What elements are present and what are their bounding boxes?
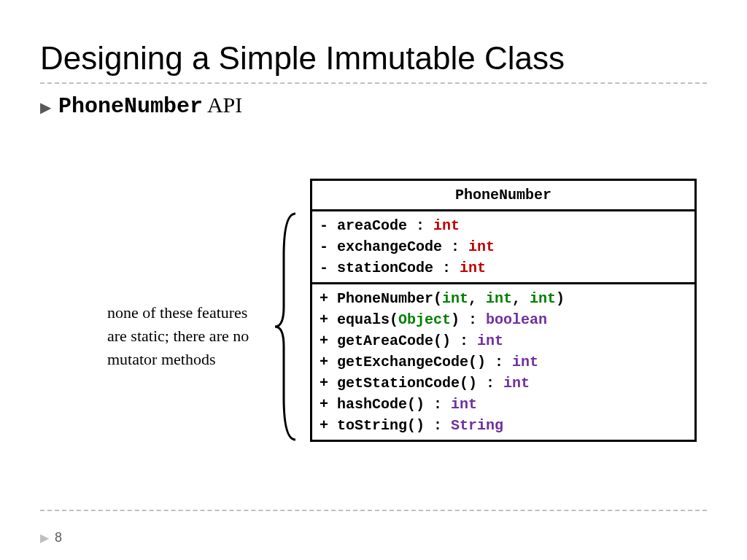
uml-class-box: PhoneNumber - areaCode : int - exchangeC… bbox=[310, 179, 697, 442]
method-text: , bbox=[468, 290, 486, 307]
attr-type: int bbox=[460, 260, 486, 276]
uml-method-row: + PhoneNumber(int, int, int) bbox=[320, 288, 687, 309]
method-text: , bbox=[512, 290, 530, 307]
method-return-type: boolean bbox=[486, 311, 547, 328]
footer-glyph-icon: ▶ bbox=[40, 531, 49, 545]
method-return-type: int bbox=[451, 396, 477, 413]
method-param-type: Object bbox=[398, 311, 451, 328]
title-divider bbox=[40, 82, 707, 84]
method-text: + toString() : bbox=[320, 417, 451, 434]
slide-title: Designing a Simple Immutable Class bbox=[40, 40, 707, 77]
uml-class-name: PhoneNumber bbox=[312, 181, 694, 211]
uml-method-row: + toString() : String bbox=[320, 415, 687, 436]
method-param-type: int bbox=[442, 290, 468, 307]
uml-attribute-row: - exchangeCode : int bbox=[320, 236, 687, 257]
attr-label: - stationCode : bbox=[320, 260, 460, 276]
uml-method-row: + equals(Object) : boolean bbox=[320, 309, 687, 330]
bullet-api-label: API bbox=[203, 93, 242, 117]
method-text: ) bbox=[556, 290, 565, 307]
method-text: + getAreaCode() : bbox=[320, 332, 477, 349]
method-text: + equals( bbox=[320, 311, 398, 328]
attr-type: int bbox=[433, 217, 460, 234]
uml-method-row: + getAreaCode() : int bbox=[320, 330, 687, 351]
uml-attribute-row: - areaCode : int bbox=[320, 215, 687, 236]
bullet-glyph-icon: ▶ bbox=[40, 100, 51, 114]
uml-method-row: + getStationCode() : int bbox=[320, 373, 687, 394]
method-param-type: int bbox=[530, 290, 556, 307]
attr-label: - areaCode : bbox=[320, 217, 433, 234]
method-return-type: String bbox=[451, 417, 503, 434]
method-return-type: int bbox=[512, 354, 538, 370]
footer: ▶ 8 bbox=[40, 530, 62, 545]
method-text: ) : bbox=[451, 311, 486, 328]
method-text: + getExchangeCode() : bbox=[320, 354, 512, 370]
footer-divider bbox=[40, 510, 707, 511]
uml-attribute-row: - stationCode : int bbox=[320, 257, 687, 279]
uml-attributes: - areaCode : int - exchangeCode : int - … bbox=[312, 211, 694, 284]
page-number: 8 bbox=[55, 530, 62, 545]
bullet-text: PhoneNumber API bbox=[58, 93, 242, 119]
bullet-phonenumber-api: ▶ PhoneNumber API bbox=[40, 93, 707, 119]
method-param-type: int bbox=[486, 290, 512, 307]
method-text: + PhoneNumber( bbox=[320, 290, 442, 307]
method-text: + getStationCode() : bbox=[320, 375, 503, 392]
slide: Designing a Simple Immutable Class ▶ Pho… bbox=[0, 0, 747, 560]
uml-method-row: + hashCode() : int bbox=[320, 394, 687, 415]
uml-methods: + PhoneNumber(int, int, int) + equals(Ob… bbox=[312, 284, 694, 440]
uml-method-row: + getExchangeCode() : int bbox=[320, 351, 687, 373]
bullet-class-name: PhoneNumber bbox=[58, 94, 203, 119]
method-return-type: int bbox=[477, 332, 503, 349]
attr-label: - exchangeCode : bbox=[320, 238, 468, 255]
attr-type: int bbox=[468, 238, 495, 255]
method-text: + hashCode() : bbox=[320, 396, 451, 413]
curly-brace-icon bbox=[274, 212, 300, 441]
annotation-note: none of these features are static; there… bbox=[107, 301, 260, 371]
method-return-type: int bbox=[503, 375, 530, 392]
